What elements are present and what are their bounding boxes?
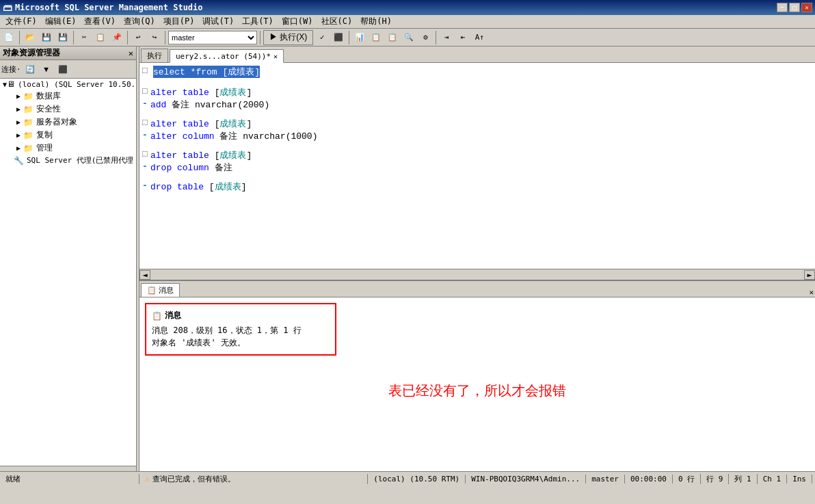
open-btn[interactable]: 📂 <box>23 30 38 45</box>
scroll-left-btn[interactable]: ◄ <box>139 270 150 280</box>
status-db: master <box>586 475 625 483</box>
outdent-btn[interactable]: ⇤ <box>455 30 470 45</box>
sql-editor[interactable]: □ select *from [成绩表] □ alter table [成绩表]… <box>139 63 815 269</box>
tab-query[interactable]: uery2.s...ator (54))* ✕ <box>170 49 284 63</box>
scroll-right-btn[interactable]: ► <box>804 270 815 280</box>
menu-query[interactable]: 查询(Q) <box>120 14 159 29</box>
app-icon: 🗃 <box>3 2 12 13</box>
tree-node-server[interactable]: ▼ 🖥 (local) (SQL Server 10.50.1600 - WIN… <box>0 79 136 90</box>
mgmt-icon: 📁 <box>23 144 34 153</box>
sidebar-stop-btn[interactable]: ⬛ <box>55 62 70 77</box>
minimize-btn[interactable]: ─ <box>777 3 788 12</box>
results-close-btn[interactable]: ✕ <box>809 288 814 297</box>
sql-block-1-inner: □ alter table [成绩表] - add 备注 nvarchar(20… <box>142 86 269 111</box>
window-controls[interactable]: ─ □ ✕ <box>777 3 812 12</box>
expand-db-icon[interactable]: ▶ <box>14 92 23 100</box>
menu-bar: 文件(F) 编辑(E) 查看(V) 查询(Q) 项目(P) 调试(T) 工具(T… <box>0 15 815 29</box>
stop-btn[interactable]: ⬛ <box>331 30 346 45</box>
sql-line-6: - alter column 备注 nvarchar(1000) <box>142 130 812 142</box>
separator-6 <box>349 31 349 44</box>
cut-btn[interactable]: ✂ <box>77 30 92 45</box>
main-toolbar: 📄 📂 💾 💾 ✂ 📋 📌 ↩ ↪ master ▶ 执行(X) ✓ ⬛ 📊 📋… <box>0 29 815 47</box>
sidebar-close[interactable]: ✕ <box>129 49 133 58</box>
results-messages-label: 消息 <box>159 285 174 295</box>
copy-btn[interactable]: 📋 <box>93 30 108 45</box>
save-btn[interactable]: 💾 <box>39 30 54 45</box>
toolbar-btn-5[interactable]: ⚙ <box>418 30 433 45</box>
editor-hscrollbar[interactable]: ◄ ► <box>139 269 815 280</box>
execute-button[interactable]: ▶ 执行(X) <box>263 30 313 45</box>
toolbar-btn-1[interactable]: 📊 <box>352 30 367 45</box>
menu-project[interactable]: 项目(P) <box>159 14 199 29</box>
close-btn[interactable]: ✕ <box>801 3 812 12</box>
toolbar-btn-4[interactable]: 🔍 <box>401 30 416 45</box>
sql-line-6-code: alter column 备注 nvarchar(1000) <box>150 130 317 142</box>
bracket-7: - <box>142 161 150 174</box>
mgmt-label: 管理 <box>36 142 53 154</box>
blank-4 <box>142 174 812 181</box>
sql-line-4-code: add 备注 nvarchar(2000) <box>150 98 269 111</box>
results-content: 📋 消息 消息 208，级别 16，状态 1，第 1 行对象名 '成绩表' 无效… <box>139 297 815 471</box>
menu-debug[interactable]: 调试(T) <box>198 14 238 29</box>
connection-text: (local) (10.50 RTM) <box>373 475 459 483</box>
status-rows: 0 行 <box>673 474 701 484</box>
parse-btn[interactable]: ✓ <box>315 30 330 45</box>
security-icon: 📁 <box>23 105 34 114</box>
warning-text: 查询已完成，但有错误。 <box>152 474 235 484</box>
col-text: 列 1 <box>734 474 751 484</box>
status-warning-seg: ⚠ 查询已完成，但有错误。 <box>139 474 368 484</box>
separator-2 <box>73 31 74 44</box>
rep-icon: 📁 <box>23 131 34 140</box>
tab-query-label: uery2.s...ator (54))* <box>176 52 271 61</box>
expand-sobj-icon[interactable]: ▶ <box>14 118 23 126</box>
tree-node-replication[interactable]: ▶ 📁 复制 <box>11 129 136 142</box>
separator-4 <box>165 31 165 44</box>
maximize-btn[interactable]: □ <box>789 3 800 12</box>
security-label: 安全性 <box>36 103 61 115</box>
scroll-track <box>150 271 804 278</box>
comment-btn[interactable]: A↑ <box>472 30 487 45</box>
tree-node-databases[interactable]: ▶ 📁 数据库 <box>11 90 136 103</box>
sidebar-header: 对象资源管理器 ✕ <box>0 47 136 60</box>
paste-btn[interactable]: 📌 <box>109 30 124 45</box>
toolbar-btn-3[interactable]: 📋 <box>385 30 400 45</box>
database-selector[interactable]: master <box>168 31 257 44</box>
expand-rep-icon[interactable]: ▶ <box>14 131 23 139</box>
db-text: master <box>591 475 619 483</box>
server-children: ▶ 📁 数据库 ▶ 📁 安全性 ▶ 📁 服务器对象 ▶ 📁 复制 <box>0 90 136 166</box>
connect-btn[interactable]: 连接· <box>1 64 21 75</box>
tree-node-server-objects[interactable]: ▶ 📁 服务器对象 <box>11 116 136 129</box>
bracket-3: - <box>142 98 150 111</box>
tree-node-agent[interactable]: 🔧 SQL Server 代理(已禁用代理 XP) <box>11 155 136 166</box>
status-server: WIN-PBQOIQ3GRM4\Admin... <box>466 475 586 483</box>
sidebar-resize-handle[interactable] <box>0 466 136 471</box>
tab-close-icon[interactable]: ✕ <box>273 53 278 60</box>
menu-edit[interactable]: 编辑(E) <box>41 14 81 29</box>
menu-window[interactable]: 窗口(W) <box>278 14 317 29</box>
sidebar-filter-btn[interactable]: ▼ <box>39 62 54 77</box>
sql-line-9-code: drop table [成绩表] <box>150 181 246 193</box>
message-text: 消息 208，级别 16，状态 1，第 1 行对象名 '成绩表' 无效。 <box>152 324 330 349</box>
redo-btn[interactable]: ↪ <box>147 30 162 45</box>
results-tab-messages[interactable]: 📋 消息 <box>141 283 180 297</box>
indent-btn[interactable]: ⇥ <box>439 30 454 45</box>
expand-sec-icon[interactable]: ▶ <box>14 105 23 113</box>
menu-help[interactable]: 帮助(H) <box>356 14 396 29</box>
undo-btn[interactable]: ↩ <box>131 30 146 45</box>
results-messages-icon: 📋 <box>147 286 157 295</box>
blank-2 <box>142 111 812 118</box>
menu-file[interactable]: 文件(F) <box>1 14 41 29</box>
toolbar-btn-2[interactable]: 📋 <box>369 30 384 45</box>
sql-block-2: □ alter table [成绩表] - alter column 备注 nv… <box>142 118 812 142</box>
menu-tools[interactable]: 工具(T) <box>238 14 278 29</box>
tree-node-security[interactable]: ▶ 📁 安全性 <box>11 103 136 116</box>
tree-node-management[interactable]: ▶ 📁 管理 <box>11 142 136 155</box>
save-all-btn[interactable]: 💾 <box>55 30 70 45</box>
tab-execute[interactable]: 执行 <box>141 49 168 62</box>
menu-community[interactable]: 社区(C) <box>317 14 357 29</box>
expand-mgmt-icon[interactable]: ▶ <box>14 144 23 152</box>
new-query-btn[interactable]: 📄 <box>1 30 16 45</box>
menu-view[interactable]: 查看(V) <box>80 14 120 29</box>
blank-1 <box>142 79 812 86</box>
sidebar-refresh-btn[interactable]: 🔄 <box>23 62 38 77</box>
